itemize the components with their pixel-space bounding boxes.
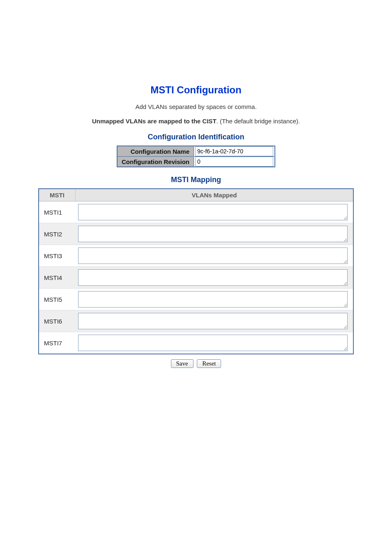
config-revision-row: Configuration Revision [117,157,275,167]
msti-label: MSTI5 [39,289,76,310]
msti-label: MSTI4 [39,267,76,289]
vlan-textarea[interactable] [78,226,348,242]
vlan-cell [76,332,354,354]
button-row: Save Reset [0,359,392,368]
table-row: MSTI5 [39,289,353,310]
table-row: MSTI2 [39,223,353,245]
msti-header: MSTI [39,189,76,201]
msti-label: MSTI7 [39,332,76,354]
cist-note-rest: . (The default bridge instance). [217,118,300,125]
config-name-row: Configuration Name [117,146,275,157]
vlan-cell [76,289,354,310]
msti-label: MSTI6 [39,310,76,332]
vlan-cell [76,245,354,267]
msti-label: MSTI3 [39,245,76,267]
vlan-textarea[interactable] [78,291,348,308]
instruction-text: Add VLANs separated by spaces or comma. [0,103,392,110]
reset-button[interactable]: Reset [197,359,221,368]
vlan-cell [76,310,354,332]
table-row: MSTI3 [39,245,353,267]
msti-label: MSTI1 [39,201,76,223]
table-row: MSTI1 [39,201,353,223]
config-name-label: Configuration Name [117,146,194,157]
cist-note-bold: Unmapped VLANs are mapped to the CIST [92,118,217,125]
table-row: MSTI6 [39,310,353,332]
config-id-table: Configuration Name Configuration Revisio… [117,146,275,167]
vlan-textarea[interactable] [78,335,348,351]
config-name-input[interactable] [195,146,273,156]
vlan-cell [76,267,354,289]
section-config-id-title: Configuration Identification [0,133,392,141]
vlan-textarea[interactable] [78,269,348,286]
vlan-textarea[interactable] [78,204,348,220]
msti-mapping-table: MSTI VLANs Mapped MSTI1MSTI2MSTI3MSTI4MS… [38,188,354,354]
vlan-textarea[interactable] [78,313,348,329]
save-button[interactable]: Save [171,359,194,368]
table-row: MSTI7 [39,332,353,354]
msti-label: MSTI2 [39,223,76,245]
page-title: MSTI Configuration [0,84,392,96]
config-revision-input[interactable] [195,157,273,166]
section-mapping-title: MSTI Mapping [0,176,392,184]
cist-note: Unmapped VLANs are mapped to the CIST. (… [0,118,392,125]
vlan-cell [76,201,354,223]
config-revision-label: Configuration Revision [117,157,194,167]
vlan-cell [76,223,354,245]
table-row: MSTI4 [39,267,353,289]
vlan-textarea[interactable] [78,247,348,264]
vlans-mapped-header: VLANs Mapped [76,189,354,201]
